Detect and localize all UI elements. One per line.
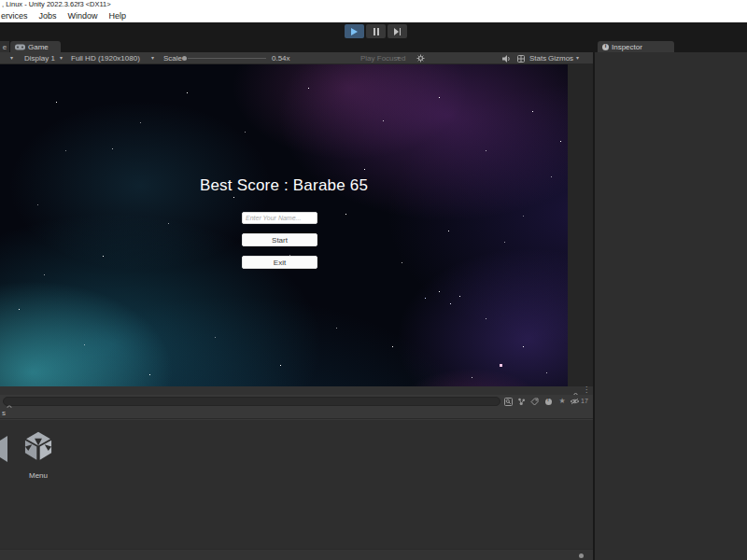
open-in-search-icon[interactable] [502,397,514,406]
starfield [0,64,1,65]
asset-icon-partial[interactable] [0,432,8,471]
project-footer [0,549,593,560]
project-panel: ⋮ [0,386,593,560]
scale-slider-knob[interactable] [182,56,187,61]
best-score-text: Best Score : Barabe 65 [0,176,568,195]
scale-value: 0.54x [272,54,290,63]
menu-item-jobs[interactable]: Jobs [39,11,57,21]
play-icon [351,28,358,35]
asset-grid: Menu [0,420,593,549]
menu-item-window[interactable]: Window [68,11,98,21]
alert-icon[interactable] [543,397,554,406]
scale-slider-track[interactable] [188,58,266,59]
tab-strip: e Game Inspector [0,41,747,52]
chevron-down-icon: ▾ [151,54,154,61]
pause-button[interactable] [366,24,386,38]
play-button[interactable] [345,24,364,38]
search-by-type-icon[interactable] [515,397,527,406]
project-search-input[interactable] [15,398,496,405]
game-view-toolbar: ▾ Display 1 ▾ Full HD (1920x1080) ▾ Scal… [0,52,593,64]
game-render-surface: Best Score : Barabe 65 Start Exit [0,64,568,386]
transport-controls [345,24,407,38]
grid-icon[interactable] [517,55,525,64]
hidden-items-eye-icon[interactable] [569,397,580,406]
scale-label: Scale [163,54,182,63]
unity-editor-window: , Linux - Unity 2022.3.62f3 <DX11> ervic… [0,0,747,560]
gizmos-dropdown[interactable]: Gizmos [548,54,573,63]
menu-item-services[interactable]: ervices [1,11,28,21]
asset-item-menu[interactable]: Menu [15,427,62,480]
kebab-menu-icon[interactable]: ⋮ [583,385,590,394]
start-button[interactable]: Start [242,233,317,246]
mute-audio-icon[interactable] [502,55,512,64]
chevron-down-icon: ▾ [60,54,63,61]
window-title: , Linux - Unity 2022.3.62f3 <DX11> [0,0,747,9]
project-toolbar: ★ 17 [0,395,593,408]
project-search-field[interactable] [3,397,500,406]
project-panel-header: ⋮ [0,386,593,395]
tab-game[interactable]: Game [10,41,61,52]
tab-inspector[interactable]: Inspector [598,41,674,52]
stats-toggle[interactable]: Stats [529,54,546,63]
step-button[interactable] [388,24,407,38]
exit-button[interactable]: Exit [242,256,317,269]
unity-cube-icon [21,427,55,465]
menu-item-help[interactable]: Help [109,11,127,21]
icon-size-slider[interactable] [579,553,584,558]
pause-icon [374,28,379,35]
tab-game-label: Game [28,43,49,51]
favorites-star-icon[interactable]: ★ [557,397,568,406]
menu-bar: ervices Jobs Window Help [0,9,747,22]
inspector-icon [602,44,609,50]
search-by-label-icon[interactable] [529,397,540,406]
tab-inspector-label: Inspector [612,43,642,51]
display-dropdown[interactable]: Display 1 [24,54,55,63]
chevron-down-icon: ▾ [397,54,400,61]
hidden-items-count: 17 [581,398,588,404]
step-icon [394,28,402,35]
main-toolbar [0,22,747,41]
asset-label: Menu [15,471,62,480]
gear-icon[interactable] [416,54,425,64]
chevron-down-icon[interactable]: ▾ [10,54,13,61]
player-name-input[interactable] [242,212,317,224]
tab-scene-partial[interactable]: e [0,41,9,52]
resolution-dropdown[interactable]: Full HD (1920x1080) [71,54,140,63]
gamepad-icon [15,44,25,50]
breadcrumb[interactable]: s [0,408,593,419]
chevron-down-icon: ▾ [576,54,579,61]
inspector-panel [595,52,747,560]
game-view-area: Best Score : Barabe 65 Start Exit [0,64,593,386]
